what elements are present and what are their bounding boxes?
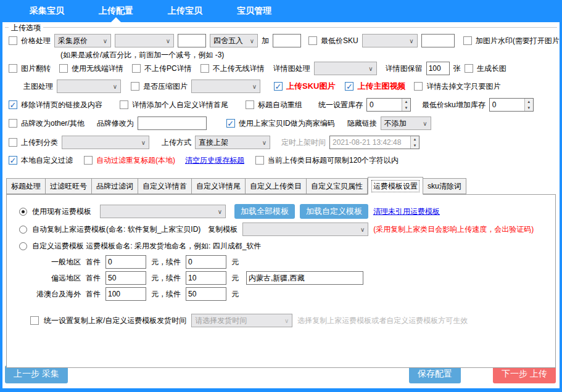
auto-filter-checkbox[interactable] bbox=[84, 156, 93, 165]
no-pc-detail-checkbox[interactable] bbox=[132, 64, 141, 73]
shipping-template-panel: 使用现有运费模板 ∨ 加载全部模板 加载自定义模板 清理未引用运费模板 自动复制… bbox=[6, 194, 556, 368]
upload-main-video-checkbox[interactable]: ✓ bbox=[345, 82, 353, 91]
spin-down-icon[interactable]: ▼ bbox=[525, 105, 533, 111]
copy-template-select[interactable]: ∨ bbox=[242, 223, 368, 236]
upload-sku-image-checkbox[interactable]: ✓ bbox=[274, 82, 283, 91]
tab-custom-detail-head[interactable]: 自定义详情首 bbox=[138, 178, 192, 194]
keep-unit-label: 张 bbox=[453, 63, 461, 74]
tab-custom-category[interactable]: 自定义上传类目 bbox=[246, 178, 307, 194]
price-amount-input[interactable] bbox=[178, 34, 206, 47]
tab-sku-clear-words[interactable]: sku清除词 bbox=[423, 178, 466, 194]
min-sku-select[interactable]: ∨ bbox=[362, 34, 418, 47]
tab-brand-filter[interactable]: 品牌过滤词 bbox=[92, 178, 138, 194]
use-existing-radio[interactable] bbox=[19, 208, 27, 216]
upload-category-select[interactable]: ∨ bbox=[62, 136, 149, 149]
schedule-time-label: 定时上架时间 bbox=[281, 137, 326, 148]
min-sku-stock-spinner[interactable]: 0▲▼ bbox=[489, 98, 534, 112]
remote-regions-input[interactable] bbox=[246, 271, 363, 285]
stock-spinner[interactable]: 0▲▼ bbox=[366, 98, 411, 112]
detail-img-keep-label: 详情图保留 bbox=[386, 63, 423, 74]
long-image-checkbox[interactable] bbox=[465, 64, 473, 73]
app-window: 采集宝贝 上传配置 上传宝贝 宝贝管理 上传选项 价格处理 采集原价∨ ∨ 四舍… bbox=[0, 0, 562, 392]
delivery-time-checkbox[interactable] bbox=[30, 316, 39, 325]
remove-links-checkbox[interactable]: ✓ bbox=[9, 100, 17, 109]
clean-unused-templates-link[interactable]: 清理未引用运费模板 bbox=[373, 206, 440, 217]
overseas-next-fee-input[interactable] bbox=[186, 287, 226, 301]
spin-up-icon[interactable]: ▲ bbox=[525, 99, 533, 105]
local-filter-checkbox[interactable]: ✓ bbox=[9, 156, 17, 165]
overseas-first-fee-input[interactable] bbox=[105, 287, 146, 301]
tab-shipping-template[interactable]: 运费模板设置 bbox=[368, 177, 423, 195]
chevron-down-icon: ∨ bbox=[262, 139, 267, 146]
main-img-process-select[interactable]: ∨ bbox=[57, 80, 121, 93]
detail-img-process-select[interactable]: ∨ bbox=[314, 62, 377, 75]
nav-tab-collect[interactable]: 采集宝贝 bbox=[30, 0, 64, 22]
load-custom-templates-button[interactable]: 加载自定义模板 bbox=[300, 204, 368, 219]
price-round-select[interactable]: 四舍五入∨ bbox=[210, 34, 258, 47]
price-source-select[interactable]: 采集原价∨ bbox=[54, 34, 111, 47]
tab-title-process[interactable]: 标题处理 bbox=[6, 178, 46, 194]
no-wireless-detail-checkbox[interactable] bbox=[200, 64, 209, 73]
tab-label: 自定义上传类目 bbox=[250, 182, 302, 190]
min-sku-input[interactable] bbox=[421, 34, 455, 47]
chevron-down-icon: ∨ bbox=[218, 208, 222, 215]
title-recombine-checkbox[interactable] bbox=[246, 100, 254, 109]
tab-filter-wangwang[interactable]: 过滤旺旺号 bbox=[46, 178, 92, 194]
nav-tab-upload-config[interactable]: 上传配置 bbox=[99, 0, 133, 22]
image-detail-row: 图片翻转 使用无线端详情 不上传PC详情 不上传无线详情 详情图处理 ∨ 详情图… bbox=[6, 60, 556, 77]
upload-category-checkbox[interactable] bbox=[9, 138, 17, 147]
chevron-down-icon: ∨ bbox=[409, 38, 413, 44]
custom-template-radio[interactable] bbox=[19, 242, 27, 250]
nav-tab-upload-item[interactable]: 上传宝贝 bbox=[168, 0, 202, 22]
upload-sku-image-label: 上传SKU图片 bbox=[286, 81, 335, 92]
spin-down-icon[interactable]: ▼ bbox=[411, 142, 419, 149]
normal-next-fee-input[interactable] bbox=[186, 255, 226, 269]
tab-custom-attrs[interactable]: 自定义宝贝属性 bbox=[307, 178, 368, 194]
hide-link-select[interactable]: 不添加∨ bbox=[381, 116, 431, 130]
existing-template-select[interactable]: ∨ bbox=[100, 205, 226, 218]
schedule-time-picker[interactable]: 2021-08-21 13:42:48▲▼ bbox=[329, 136, 419, 149]
remote-next-fee-input[interactable] bbox=[186, 271, 226, 285]
normal-first-fee-input[interactable] bbox=[105, 255, 146, 269]
title-limit-checkbox[interactable] bbox=[255, 156, 264, 165]
brand-modify-label: 品牌修改为 bbox=[97, 118, 134, 129]
spin-down-icon[interactable]: ▼ bbox=[402, 105, 410, 111]
yuan-label: 元 bbox=[231, 273, 239, 284]
upload-method-select[interactable]: 直接上架∨ bbox=[195, 136, 270, 149]
compress-image-checkbox[interactable] bbox=[131, 82, 139, 91]
tab-custom-detail-tail[interactable]: 自定义详情尾 bbox=[192, 178, 246, 194]
price-checkbox[interactable] bbox=[9, 36, 17, 45]
flip-image-checkbox[interactable] bbox=[9, 64, 17, 73]
brand-modify-input[interactable] bbox=[138, 116, 207, 130]
min-sku-checkbox[interactable] bbox=[308, 36, 317, 45]
detail-img-keep-input[interactable] bbox=[426, 62, 450, 75]
watermark-label: 加图片水印(需要打开图片空间水印设置) bbox=[476, 36, 560, 46]
clear-title-cache-link[interactable]: 清空历史缓存标题 bbox=[185, 155, 244, 166]
spin-up-icon[interactable]: ▲ bbox=[402, 99, 410, 105]
tab-label: sku清除词 bbox=[428, 182, 461, 190]
auto-copy-radio[interactable] bbox=[19, 226, 27, 234]
delivery-time-row: 统一设置复制上家/自定义运费模板发货时间 请选择发货时间∨ 选择复制上家运费模板… bbox=[19, 312, 549, 329]
watermark-checkbox[interactable] bbox=[463, 36, 472, 45]
spin-up-icon[interactable]: ▲ bbox=[411, 136, 419, 142]
price-op-select[interactable]: ∨ bbox=[115, 34, 174, 47]
flip-image-label: 图片翻转 bbox=[21, 63, 51, 74]
compress-select[interactable]: ∨ bbox=[191, 80, 260, 93]
use-seller-id-checkbox[interactable]: ✓ bbox=[226, 119, 235, 128]
price-plus-input[interactable] bbox=[273, 34, 301, 47]
load-all-templates-button[interactable]: 加载全部模板 bbox=[234, 204, 295, 219]
delivery-time-select[interactable]: 请选择发货时间∨ bbox=[191, 314, 292, 327]
copy-template-label: 复制模板 bbox=[208, 224, 238, 235]
detail-no-text-checkbox[interactable] bbox=[414, 82, 423, 91]
combo-value: 不添加 bbox=[384, 118, 407, 129]
custom-detail-checkbox[interactable] bbox=[120, 100, 128, 109]
wireless-detail-checkbox[interactable] bbox=[59, 64, 68, 73]
nav-tab-item-manage[interactable]: 宝贝管理 bbox=[237, 0, 271, 22]
upload-main-video-label: 上传主图视频 bbox=[357, 81, 405, 92]
remote-first-fee-input[interactable] bbox=[105, 271, 146, 285]
chevron-down-icon: ∨ bbox=[250, 38, 254, 44]
custom-template-row: 自定义运费模板 运费模板命名: 采用发货地命名，例如: 四川成都_软件 bbox=[19, 238, 549, 254]
top-nav: 采集宝贝 上传配置 上传宝贝 宝贝管理 bbox=[0, 0, 562, 22]
check-icon: ✓ bbox=[275, 83, 282, 91]
brand-other-checkbox[interactable] bbox=[9, 119, 17, 128]
